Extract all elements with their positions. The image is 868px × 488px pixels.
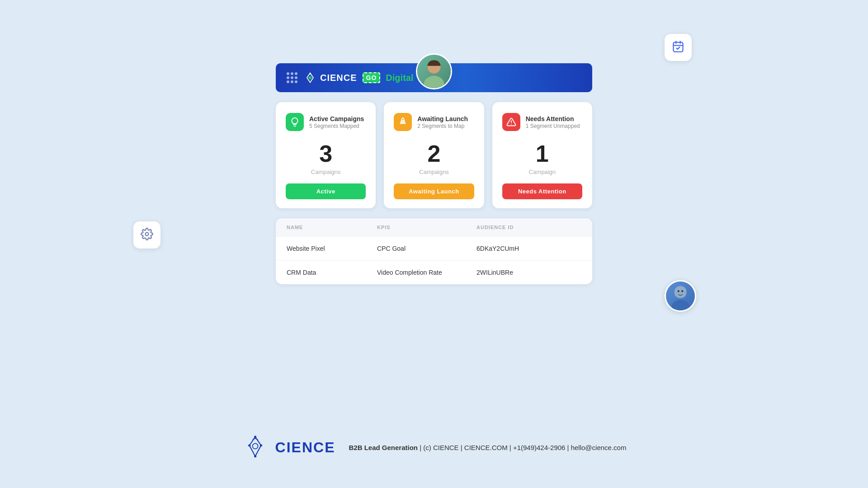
main-content: CIENCE GO Digital Active Campaigns 5 Seg… [276,63,592,284]
gear-icon [141,228,153,242]
table-header: NAME KPIS AUDIENCE ID [276,218,592,236]
svg-point-15 [678,290,679,292]
card-subtitle-active: 5 Segments Mapped [309,123,364,129]
svg-rect-0 [674,42,683,52]
td-audience-2: 2WILinUBRe [476,269,581,276]
rocket-icon [394,113,412,131]
td-name-2: CRM Data [287,269,377,276]
th-name: NAME [287,225,377,230]
logo-digital-text: Digital [386,73,413,83]
logo-go-badge: GO [363,72,381,83]
footer-logo-text: CIENCE [275,439,335,456]
table-row[interactable]: Website Pixel CPC Goal 6DKaY2CUmH [276,236,592,260]
svg-point-4 [146,233,149,236]
svg-point-21 [254,455,256,457]
logo-cience-text: CIENCE [320,73,357,83]
svg-point-17 [253,443,258,449]
card-label-active: Campaigns [311,169,341,175]
svg-point-20 [260,444,262,446]
card-header-attention: Needs Attention 1 Segment Unmapped [502,113,580,131]
card-title-active: Active Campaigns [309,115,364,123]
card-needs-attention: Needs Attention 1 Segment Unmapped 1 Cam… [492,102,592,208]
svg-point-8 [309,76,312,80]
cards-row: Active Campaigns 5 Segments Mapped 3 Cam… [276,102,592,208]
lightbulb-icon [286,113,304,131]
needs-attention-button[interactable]: Needs Attention [502,183,582,199]
card-label-awaiting: Campaigns [419,169,449,175]
table-row[interactable]: CRM Data Video Completion Rate 2WILinUBR… [276,260,592,284]
svg-point-9 [309,73,311,75]
card-subtitle-awaiting: 2 Segments to Map [417,123,468,129]
header-logo: CIENCE GO Digital [304,71,413,84]
card-title-attention: Needs Attention [526,115,580,123]
td-kpis-2: Video Completion Rate [377,269,476,276]
card-title-awaiting: Awaiting Launch [417,115,468,123]
td-kpis-1: CPC Goal [377,245,476,252]
card-number-active: 3 [286,141,366,167]
footer-details: | (c) CIENCE | CIENCE.COM | +1(949)424-2… [420,444,626,451]
awaiting-launch-button[interactable]: Awaiting Launch [394,183,474,199]
svg-point-6 [424,76,444,89]
card-header-awaiting: Awaiting Launch 2 Segments to Map [394,113,468,131]
th-audience: AUDIENCE ID [476,225,581,230]
footer-info: B2B Lead Generation | (c) CIENCE | CIENC… [349,444,626,451]
card-label-attention: Campaign [529,169,556,175]
card-subtitle-attention: 1 Segment Unmapped [526,123,580,129]
data-table: NAME KPIS AUDIENCE ID Website Pixel CPC … [276,218,592,284]
footer-tagline: B2B Lead Generation [349,444,418,451]
th-kpis: KPIS [377,225,476,230]
svg-point-10 [402,120,404,122]
active-campaigns-button[interactable]: Active [286,183,366,199]
svg-point-16 [681,290,683,292]
card-header-active: Active Campaigns 5 Segments Mapped [286,113,364,131]
menu-dots[interactable] [287,72,297,83]
svg-point-18 [254,436,256,438]
footer-logo: CIENCE [242,434,335,461]
card-number-attention: 1 [502,141,582,167]
td-audience-1: 6DKaY2CUmH [476,245,581,252]
card-active-campaigns: Active Campaigns 5 Segments Mapped 3 Cam… [276,102,376,208]
td-name-1: Website Pixel [287,245,377,252]
footer: CIENCE B2B Lead Generation | (c) CIENCE … [242,434,627,461]
user-avatar-bottom [665,280,696,312]
calendar-widget[interactable] [665,34,692,61]
calendar-icon [672,40,684,55]
warning-icon [502,113,520,131]
card-number-awaiting: 2 [394,141,474,167]
user-avatar-top [416,53,452,89]
svg-point-14 [672,300,689,312]
svg-point-19 [248,444,250,446]
card-awaiting-launch: Awaiting Launch 2 Segments to Map 2 Camp… [384,102,484,208]
gear-widget[interactable] [133,221,160,249]
